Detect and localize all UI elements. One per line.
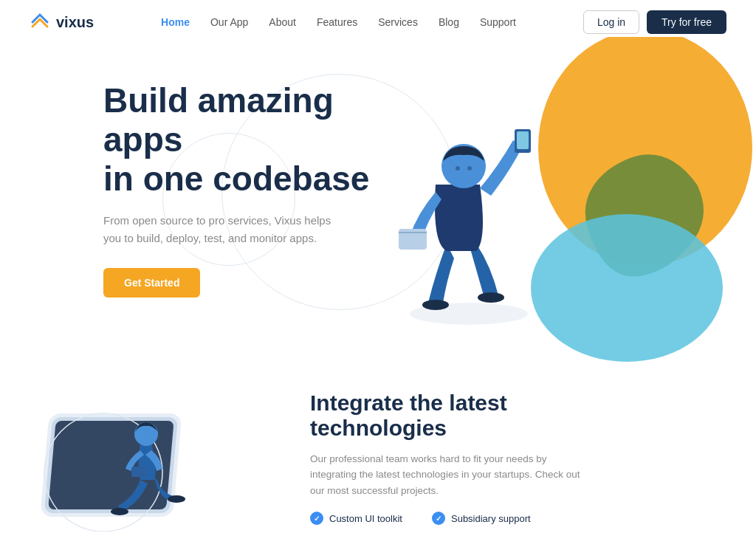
svg-point-1 xyxy=(422,300,449,310)
nav-links: Home Our App About Features Services Blo… xyxy=(161,16,516,29)
nav-link-blog[interactable]: Blog xyxy=(439,16,459,28)
feature-label-1: Subsidiary support xyxy=(451,513,531,524)
logo-area: vixus xyxy=(30,12,94,32)
logo-text: vixus xyxy=(56,14,94,31)
hero-title: Build amazing apps in one codebase xyxy=(103,81,413,199)
svg-rect-19 xyxy=(131,467,148,477)
check-icon-1 xyxy=(432,512,445,525)
nav-link-ourapp[interactable]: Our App xyxy=(210,16,248,28)
logo-icon xyxy=(30,12,50,32)
feature-item-1: Subsidiary support xyxy=(432,512,531,525)
svg-point-17 xyxy=(111,508,128,515)
nav-link-about[interactable]: About xyxy=(269,16,296,28)
section-two: Integrate the latest technologies Our pr… xyxy=(0,369,756,532)
check-icon-0 xyxy=(310,512,323,525)
section-two-title: Integrate the latest technologies xyxy=(310,391,591,441)
section-two-description: Our professional team works hard to fit … xyxy=(310,451,591,499)
nav-link-home[interactable]: Home xyxy=(161,16,190,28)
hero-section: Build amazing apps in one codebase From … xyxy=(0,44,756,369)
nav-link-support[interactable]: Support xyxy=(480,16,516,28)
nav-link-services[interactable]: Services xyxy=(378,16,418,28)
phone-illustration xyxy=(30,384,266,532)
login-button[interactable]: Log in xyxy=(583,10,639,34)
nav-link-features[interactable]: Features xyxy=(317,16,357,28)
feature-item-0: Custom UI toolkit xyxy=(310,512,402,525)
section-two-content: Integrate the latest technologies Our pr… xyxy=(310,391,591,526)
try-free-button[interactable]: Try for free xyxy=(647,10,726,34)
svg-point-8 xyxy=(456,166,460,171)
hero-subtitle: From open source to pro services, Vixus … xyxy=(103,212,340,247)
svg-point-11 xyxy=(531,214,723,362)
get-started-button[interactable]: Get Started xyxy=(103,268,200,298)
nav-actions: Log in Try for free xyxy=(583,10,726,34)
blob-area xyxy=(483,37,756,362)
hero-content: Build amazing apps in one codebase From … xyxy=(103,66,413,298)
feature-list: Custom UI toolkit Subsidiary support xyxy=(310,512,591,525)
svg-point-9 xyxy=(467,166,472,171)
svg-point-18 xyxy=(168,495,185,503)
feature-label-0: Custom UI toolkit xyxy=(329,513,402,524)
